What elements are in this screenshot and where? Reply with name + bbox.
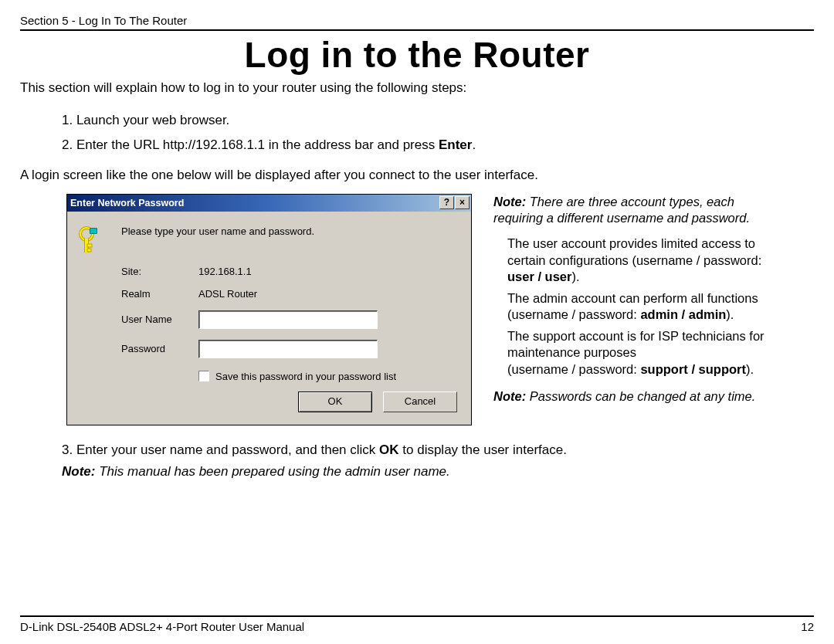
dialog-body: Please type your user name and password.… (67, 212, 471, 425)
note1-label: Note: (493, 195, 526, 208)
account-notes: Note: There are three account types, eac… (493, 194, 787, 425)
section-header: Section 5 - Log In To The Router (20, 14, 814, 27)
site-label: Site: (121, 266, 198, 277)
step-3-ok: OK (379, 442, 399, 457)
page-footer: D-Link DSL-2540B ADSL2+ 4-Port Router Us… (20, 615, 814, 633)
save-password-label: Save this password in your password list (215, 371, 396, 382)
svg-rect-4 (87, 244, 92, 247)
note2-label: Note: (493, 389, 526, 403)
step-1: 1. Launch your web browser. (62, 108, 814, 133)
username-label: User Name (121, 314, 198, 325)
step-3: 3. Enter your user name and password, an… (62, 442, 814, 458)
divider-bottom (20, 615, 814, 617)
divider-top (20, 29, 814, 31)
step-3-a: 3. Enter your user name and password, an… (62, 442, 379, 457)
dialog-title-text: Enter Network Password (70, 198, 184, 208)
close-icon[interactable]: × (455, 196, 470, 209)
step-2-c: . (472, 137, 476, 152)
footer-page-number: 12 (801, 620, 814, 633)
bottom-note-text: This manual has been prepared using the … (95, 464, 449, 479)
step-2: 2. Enter the URL http://192.168.1.1 in t… (62, 133, 814, 158)
support-acct-d: ). (746, 362, 754, 376)
note1-text: There are three account types, each requ… (493, 195, 750, 225)
realm-label: Realm (121, 288, 198, 300)
dialog-titlebar: Enter Network Password ? × (67, 195, 471, 212)
step-3-c: to display the user interface. (399, 442, 567, 457)
step-2-enter: Enter (439, 137, 472, 152)
steps-list: 1. Launch your web browser. 2. Enter the… (62, 108, 814, 158)
password-label: Password (121, 343, 198, 354)
site-value: 192.168.1.1 (198, 266, 252, 277)
para-login-screen: A login screen like the one below will b… (20, 168, 814, 183)
bottom-note-label: Note: (62, 464, 95, 479)
support-acct-a: The support account is for ISP technicia… (507, 328, 787, 361)
footer-left: D-Link DSL-2540B ADSL2+ 4-Port Router Us… (20, 620, 304, 633)
username-field[interactable] (198, 310, 378, 329)
help-icon[interactable]: ? (439, 196, 454, 209)
ok-button[interactable]: OK (298, 391, 372, 412)
bottom-note: Note: This manual has been prepared usin… (62, 464, 814, 480)
key-icon (78, 225, 104, 255)
user-acct-a: The user account provides limited access… (507, 236, 761, 266)
realm-value: ADSL Router (198, 288, 257, 300)
password-field[interactable] (198, 340, 378, 358)
save-password-checkbox[interactable] (198, 371, 209, 381)
admin-acct-c: ). (726, 307, 734, 321)
user-acct-b: user / user (507, 269, 571, 283)
note2-text: Passwords can be changed at any time. (526, 389, 755, 403)
user-acct-c: ). (571, 269, 579, 283)
svg-rect-7 (90, 229, 97, 233)
step-2-a: 2. Enter the URL http://192.168.1.1 in t… (62, 137, 439, 152)
intro-text: This section will explain how to log in … (20, 80, 814, 96)
support-acct-c: support / support (640, 362, 746, 376)
dialog-prompt: Please type your user name and password. (121, 225, 314, 255)
admin-acct-b: admin / admin (640, 307, 726, 321)
cancel-button[interactable]: Cancel (383, 391, 457, 412)
page-title: Log in to the Router (20, 34, 814, 76)
login-dialog: Enter Network Password ? × (66, 194, 472, 425)
support-acct-b: (username / password: (507, 362, 640, 376)
svg-rect-5 (87, 249, 91, 252)
